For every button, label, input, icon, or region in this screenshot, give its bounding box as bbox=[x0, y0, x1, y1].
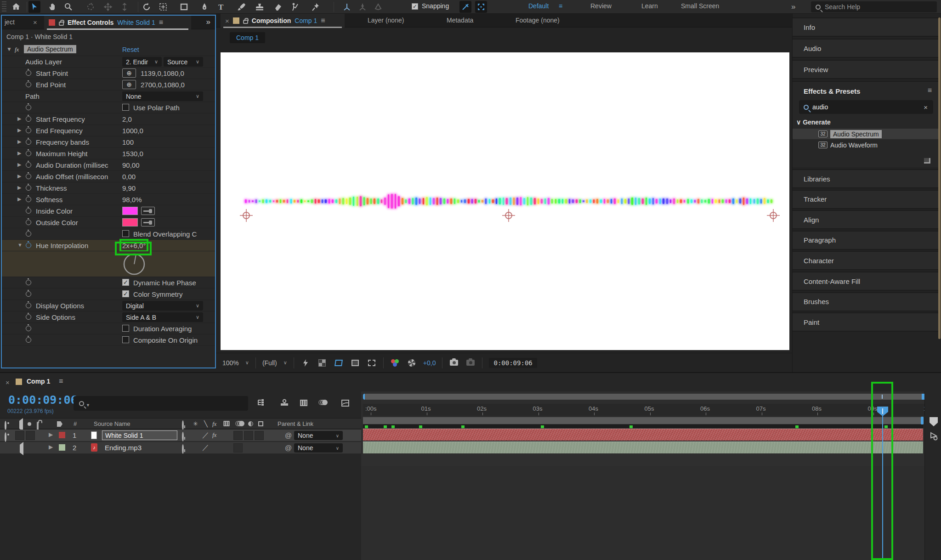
property-checkbox[interactable] bbox=[122, 336, 129, 343]
pan-behind-tool-icon[interactable] bbox=[157, 1, 169, 13]
layer-visibility-eye-icon[interactable] bbox=[5, 433, 6, 441]
property-value[interactable]: 98,0% bbox=[122, 196, 142, 204]
layer-name[interactable]: White Solid 1 bbox=[102, 430, 177, 440]
stopwatch-icon[interactable] bbox=[26, 231, 31, 237]
sidebar-panel-align[interactable]: Align bbox=[793, 210, 939, 229]
close-tab-icon[interactable]: × bbox=[33, 18, 37, 26]
parent-pickwhip-icon[interactable]: @ bbox=[285, 444, 292, 452]
region-of-interest-icon[interactable] bbox=[350, 358, 360, 368]
selection-tool-icon[interactable] bbox=[28, 1, 40, 13]
effect-name-selected[interactable]: Audio Spectrum bbox=[24, 45, 76, 53]
tab-overflow-chevrons[interactable]: » bbox=[206, 17, 210, 27]
workspace-menu-icon[interactable]: ≡ bbox=[559, 2, 562, 10]
reset-button[interactable]: Reset bbox=[122, 46, 139, 53]
resolution-value[interactable]: (Full) bbox=[262, 359, 277, 367]
stopwatch-icon[interactable] bbox=[26, 82, 31, 87]
world-axis-mode-icon[interactable] bbox=[357, 1, 368, 13]
transparency-grid-icon[interactable] bbox=[317, 358, 327, 368]
roto-brush-tool-icon[interactable] bbox=[289, 1, 301, 13]
property-checkbox[interactable] bbox=[122, 325, 129, 332]
effects-item-audio-spectrum[interactable]: 32Audio Spectrum bbox=[793, 129, 939, 139]
workspace-learn[interactable]: Learn bbox=[641, 2, 658, 10]
navigator-start-handle[interactable] bbox=[363, 394, 365, 400]
hue-dial[interactable] bbox=[122, 252, 146, 276]
project-tab-partial[interactable]: ject bbox=[5, 18, 15, 26]
sidebar-panel-libraries[interactable]: Libraries bbox=[793, 169, 939, 188]
sidebar-panel-paint[interactable]: Paint bbox=[793, 312, 939, 332]
stopwatch-icon[interactable] bbox=[26, 128, 31, 133]
effects-group-generate[interactable]: ∨ Generate bbox=[796, 119, 831, 126]
property-value[interactable]: 0,00 bbox=[122, 173, 136, 181]
quality-switch-icon[interactable] bbox=[182, 445, 184, 453]
keyframe-marker[interactable] bbox=[461, 425, 465, 428]
effects-item-audio-waveform[interactable]: 32Audio Waveform bbox=[793, 140, 939, 150]
viewer-timecode[interactable]: 0:00:09:06 bbox=[489, 358, 537, 368]
parent-pickwhip-icon[interactable]: @ bbox=[285, 431, 292, 439]
panel-menu-icon[interactable]: ≡ bbox=[159, 18, 163, 27]
eyedropper-icon[interactable] bbox=[141, 218, 155, 226]
property-checkbox[interactable]: ✓ bbox=[122, 279, 129, 286]
stopwatch-icon[interactable] bbox=[26, 70, 31, 76]
quality-slash-icon[interactable]: ／ bbox=[202, 443, 209, 452]
current-timecode[interactable]: 0:00:09:06 bbox=[8, 393, 78, 407]
eraser-tool-icon[interactable] bbox=[272, 1, 284, 13]
chevron-down-icon[interactable]: ▼ bbox=[6, 46, 12, 52]
exposure-icon[interactable] bbox=[407, 358, 417, 368]
snapping-checkbox[interactable]: ✓ bbox=[412, 3, 418, 10]
keyframe-marker[interactable] bbox=[795, 425, 799, 428]
layer-expand-chevron[interactable]: ▶ bbox=[49, 431, 53, 438]
stopwatch-icon[interactable] bbox=[26, 116, 31, 122]
panel-resize-corner-icon[interactable] bbox=[924, 158, 930, 164]
sidebar-panel-audio[interactable]: Audio bbox=[793, 39, 939, 58]
spectrum-end-point-handle[interactable] bbox=[770, 212, 777, 219]
draft-3d-icon[interactable] bbox=[279, 398, 289, 408]
property-value[interactable]: 1530,0 bbox=[122, 150, 143, 158]
fx-switch-icon[interactable]: fx bbox=[212, 431, 216, 439]
mask-visibility-icon[interactable] bbox=[334, 358, 344, 368]
property-checkbox[interactable] bbox=[122, 104, 129, 111]
audio-layer-dropdown[interactable]: 2. Endir∨ bbox=[122, 57, 162, 67]
chevron-right-icon[interactable]: ▶ bbox=[17, 116, 21, 122]
sidebar-panel-content-aware-fill[interactable]: Content-Aware Fill bbox=[793, 272, 939, 291]
toolbar-grip[interactable] bbox=[2, 1, 6, 12]
point-target-icon[interactable]: ⊕ bbox=[122, 80, 136, 89]
stopwatch-icon[interactable] bbox=[26, 280, 31, 285]
stopwatch-icon[interactable] bbox=[26, 105, 31, 110]
stopwatch-icon[interactable] bbox=[26, 291, 31, 297]
layer-name[interactable]: Ending.mp3 bbox=[105, 444, 142, 452]
rotation-tool-icon[interactable] bbox=[141, 1, 153, 13]
dolly-camera-tool-icon[interactable] bbox=[119, 1, 130, 13]
chevron-right-icon[interactable]: ▶ bbox=[17, 196, 21, 202]
comp-breadcrumb-chip[interactable]: Comp 1 bbox=[230, 32, 265, 43]
property-value[interactable]: 2700,0,1080,0 bbox=[141, 81, 185, 89]
effect-controls-tab[interactable]: Effect Controls White Solid 1 ≡ bbox=[44, 16, 191, 29]
chevron-right-icon[interactable]: ▶ bbox=[17, 173, 21, 179]
timeline-tab-title[interactable]: Comp 1 bbox=[27, 378, 50, 385]
graph-editor-icon[interactable] bbox=[340, 398, 350, 408]
sidebar-panel-info[interactable]: Info bbox=[793, 17, 939, 37]
metadata-tab[interactable]: Metadata bbox=[447, 17, 473, 24]
sidebar-panel-tracker[interactable]: Tracker bbox=[793, 190, 939, 209]
composition-canvas[interactable] bbox=[221, 52, 789, 350]
keyframe-marker[interactable] bbox=[391, 425, 395, 428]
property-value[interactable]: 2,0 bbox=[122, 115, 132, 123]
layer-number-column[interactable]: # bbox=[74, 420, 77, 427]
source-effects-dropdown[interactable]: Source∨ bbox=[164, 57, 203, 67]
workspace-overflow-chevrons[interactable]: » bbox=[791, 2, 795, 11]
keyframe-marker[interactable] bbox=[541, 425, 544, 428]
stopwatch-icon[interactable] bbox=[26, 208, 31, 214]
panel-scrollbar[interactable] bbox=[938, 17, 941, 339]
stopwatch-icon[interactable] bbox=[26, 151, 31, 156]
chevron-right-icon[interactable]: ▶ bbox=[17, 150, 21, 156]
clone-stamp-tool-icon[interactable] bbox=[254, 1, 266, 13]
property-value[interactable]: 1139,0,1080,0 bbox=[141, 69, 184, 77]
stopwatch-icon[interactable] bbox=[26, 185, 31, 191]
time-ruler[interactable]: :00s01s02s03s04s05s06s07s08s09s10 bbox=[363, 404, 924, 416]
exposure-value[interactable]: +0,0 bbox=[423, 359, 436, 367]
sidebar-panel-paragraph[interactable]: Paragraph bbox=[793, 231, 939, 250]
color-swatch[interactable] bbox=[122, 218, 138, 226]
motion-blur-icon[interactable] bbox=[318, 398, 328, 408]
timeline-search-input[interactable]: ▼ bbox=[74, 396, 248, 411]
layer-bar-video[interactable] bbox=[363, 429, 923, 441]
composition-tab[interactable]: × Composition Comp 1 ≡ bbox=[221, 14, 345, 28]
